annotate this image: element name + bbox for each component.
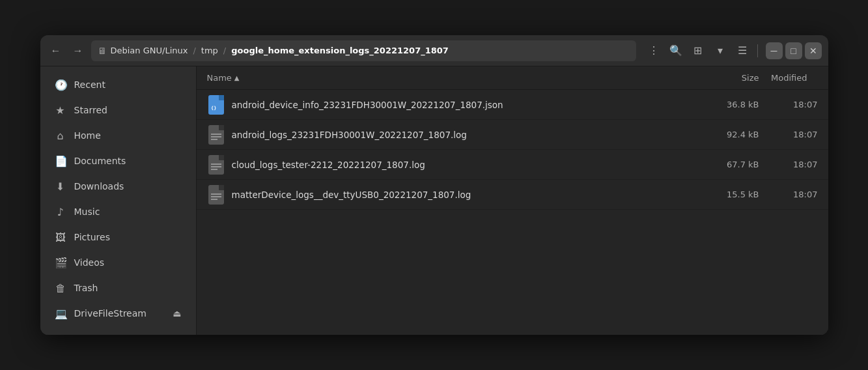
file-size: 36.8 kB — [694, 100, 759, 109]
file-row[interactable]: cloud_logs_tester-2212_20221207_1807.log… — [197, 150, 828, 180]
sidebar-item-label-videos: Videos — [74, 257, 182, 268]
col-modified-header: Modified — [759, 73, 818, 83]
sidebar-item-recent[interactable]: 🕐 Recent — [44, 72, 192, 97]
minimize-button[interactable]: ─ — [766, 42, 783, 59]
music-icon: ♪ — [55, 206, 66, 218]
col-name-header[interactable]: Name ▲ — [207, 73, 694, 83]
file-name: android_logs_23231FDH30001W_20221207_180… — [232, 130, 694, 140]
os-icon: 🖥 — [98, 46, 107, 56]
sidebar-item-label-pictures: Pictures — [74, 232, 182, 242]
sidebar-item-label-drivefilestream: DriveFileStream — [74, 308, 165, 319]
sidebar-item-label-home: Home — [74, 130, 182, 141]
eject-icon[interactable]: ⏏ — [173, 308, 181, 319]
breadcrumb-current[interactable]: google_home_extension_logs_20221207_1807 — [231, 46, 449, 55]
log-file-icon — [207, 124, 225, 145]
file-modified: 18:07 — [759, 190, 818, 199]
view-grid-button[interactable]: ⊞ — [688, 41, 708, 61]
file-rows: {} android_device_info_23231FDH30001W_20… — [197, 90, 828, 210]
file-name: android_device_info_23231FDH30001W_20221… — [232, 100, 694, 110]
sidebar-item-label-starred: Starred — [74, 105, 182, 115]
sidebar-item-label-trash: Trash — [74, 283, 182, 293]
breadcrumb-os[interactable]: Debian GNU/Linux — [111, 46, 188, 55]
drivefilestream-icon: 💻 — [55, 307, 66, 320]
svg-rect-2 — [219, 95, 224, 100]
pictures-icon: 🖼 — [55, 231, 66, 244]
file-modified: 18:07 — [759, 130, 818, 139]
file-name: cloud_logs_tester-2212_20221207_1807.log — [232, 160, 694, 170]
sidebar-item-label-music: Music — [74, 206, 182, 217]
content-area: 🕐 Recent ★ Starred ⌂ Home 📄 Documents ⬇ … — [40, 66, 828, 335]
maximize-button[interactable]: □ — [785, 42, 802, 59]
sidebar: 🕐 Recent ★ Starred ⌂ Home 📄 Documents ⬇ … — [40, 66, 197, 335]
file-name: matterDevice_logs__dev_ttyUSB0_20221207_… — [232, 190, 694, 200]
log-file-icon — [207, 154, 225, 175]
sidebar-item-label-documents: Documents — [74, 156, 182, 166]
forward-button[interactable]: → — [69, 42, 87, 60]
view-chevron-button[interactable]: ▾ — [710, 41, 730, 61]
close-button[interactable]: ✕ — [805, 42, 822, 59]
svg-text:{}: {} — [211, 106, 216, 111]
breadcrumb-tmp[interactable]: tmp — [201, 46, 218, 55]
breadcrumb-sep2: / — [223, 46, 226, 55]
file-row[interactable]: android_logs_23231FDH30001W_20221207_180… — [197, 120, 828, 150]
sidebar-item-music[interactable]: ♪ Music — [44, 199, 192, 224]
sidebar-item-home[interactable]: ⌂ Home — [44, 123, 192, 148]
titlebar-divider — [757, 44, 758, 57]
file-row[interactable]: {} android_device_info_23231FDH30001W_20… — [197, 90, 828, 120]
col-size-header: Size — [694, 73, 759, 83]
json-file-icon: {} — [207, 94, 225, 115]
back-button[interactable]: ← — [47, 42, 65, 60]
svg-rect-12 — [219, 155, 224, 160]
starred-icon: ★ — [55, 104, 66, 117]
breadcrumb-sep1: / — [193, 46, 195, 55]
recent-icon: 🕐 — [55, 79, 66, 91]
file-list-header: Name ▲ Size Modified — [197, 66, 828, 90]
sidebar-item-trash[interactable]: 🗑 Trash — [44, 276, 192, 300]
downloads-icon: ⬇ — [55, 180, 66, 193]
svg-rect-18 — [219, 185, 224, 190]
breadcrumb: 🖥 Debian GNU/Linux / tmp / google_home_e… — [91, 40, 636, 61]
sidebar-item-documents[interactable]: 📄 Documents — [44, 149, 192, 173]
file-pane: Name ▲ Size Modified {} android_device_i… — [197, 66, 828, 335]
file-size: 15.5 kB — [694, 190, 759, 199]
videos-icon: 🎬 — [55, 257, 66, 269]
sidebar-item-videos[interactable]: 🎬 Videos — [44, 250, 192, 275]
svg-rect-6 — [219, 125, 224, 130]
sidebar-item-label-downloads: Downloads — [74, 181, 182, 192]
sidebar-item-label-recent: Recent — [74, 79, 182, 90]
file-size: 67.7 kB — [694, 160, 759, 169]
search-button[interactable]: 🔍 — [666, 41, 686, 61]
toolbar-right: ⋮ 🔍 ⊞ ▾ ☰ — [644, 41, 752, 61]
sidebar-item-drivefilestream[interactable]: 💻 DriveFileStream ⏏ — [44, 301, 192, 326]
view-list-button[interactable]: ☰ — [733, 41, 752, 61]
trash-icon: 🗑 — [55, 282, 66, 294]
more-options-button[interactable]: ⋮ — [644, 41, 664, 61]
home-icon: ⌂ — [55, 130, 66, 142]
file-row[interactable]: matterDevice_logs__dev_ttyUSB0_20221207_… — [197, 180, 828, 210]
window-controls: ─ □ ✕ — [766, 42, 822, 59]
file-manager-window: ← → 🖥 Debian GNU/Linux / tmp / google_ho… — [40, 35, 828, 335]
file-size: 92.4 kB — [694, 130, 759, 139]
file-modified: 18:07 — [759, 100, 818, 109]
file-modified: 18:07 — [759, 160, 818, 169]
sidebar-item-pictures[interactable]: 🖼 Pictures — [44, 225, 192, 249]
documents-icon: 📄 — [55, 155, 66, 167]
sidebar-item-downloads[interactable]: ⬇ Downloads — [44, 174, 192, 199]
titlebar: ← → 🖥 Debian GNU/Linux / tmp / google_ho… — [40, 35, 828, 66]
log-file-icon — [207, 184, 225, 205]
sidebar-item-starred[interactable]: ★ Starred — [44, 98, 192, 122]
